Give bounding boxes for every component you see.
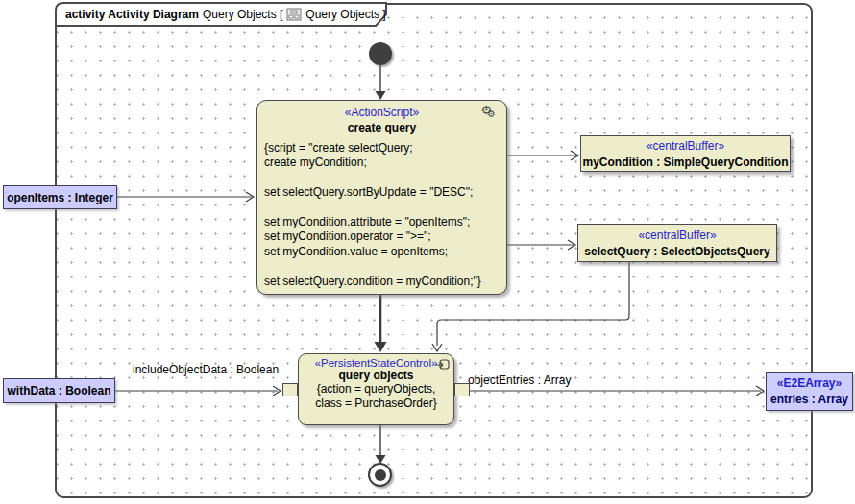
param-entries[interactable]: «E2EArray» entries : Array (766, 372, 853, 411)
edge-label-object-entries[interactable]: objectEntries : Array (468, 373, 571, 387)
query-objects-title: query objects (299, 369, 453, 382)
gears-icon: ⚙⚙ (480, 103, 501, 117)
selectquery-name: selectQuery : SelectObjectsQuery (578, 244, 776, 260)
edge-label-include-object-data[interactable]: includeObjectData : Boolean (133, 363, 279, 376)
query-objects-body-line: {action = queryObjects, (299, 382, 453, 396)
central-buffer-mycondition[interactable]: «centralBuffer» myCondition : SimpleQuer… (580, 135, 791, 172)
final-node-dot (375, 469, 386, 481)
decomposition-icon (435, 357, 451, 371)
query-objects-stereotype: «PersistentStateControl» (299, 357, 453, 369)
final-node[interactable] (368, 463, 392, 487)
frame-title: activity Activity Diagram Query Objects … (65, 8, 386, 21)
script-line (257, 201, 506, 215)
gear-icon-small: ⚙ (487, 108, 496, 119)
mycondition-stereotype: «centralBuffer» (581, 138, 790, 155)
script-line: set myCondition.attribute = "openItems"; (257, 215, 506, 229)
activity-diagram-icon (286, 8, 302, 21)
param-with-data[interactable]: withData : Boolean (3, 378, 115, 403)
central-buffer-selectquery[interactable]: «centralBuffer» selectQuery : SelectObje… (577, 224, 777, 262)
script-line: create myCondition; (257, 156, 506, 170)
frame-title-keyword: activity Activity Diagram (65, 8, 199, 21)
param-entries-label: entries : Array (767, 392, 852, 408)
action-query-objects[interactable]: «PersistentStateControl» query objects {… (298, 353, 454, 425)
param-with-data-label: withData : Boolean (4, 384, 114, 397)
output-pin-object-entries[interactable] (454, 383, 470, 396)
param-entries-stereotype: «E2EArray» (767, 375, 852, 392)
query-objects-body-line: class = PurchaseOrder} (299, 396, 453, 411)
mycondition-name: myCondition : SimpleQueryCondition (581, 155, 790, 171)
param-open-items[interactable]: openItems : Integer (3, 185, 117, 209)
activity-diagram-canvas: { "frame": { "title_bold": "activity Act… (0, 0, 855, 504)
script-line: {script = "create selectQuery; (257, 141, 506, 156)
create-query-stereotype: «ActionScript» (257, 106, 506, 119)
input-pin-include-object-data[interactable] (282, 383, 298, 396)
script-line: set selectQuery.condition = myCondition;… (257, 275, 506, 289)
initial-node[interactable] (369, 42, 392, 65)
selectquery-stereotype: «centralBuffer» (578, 228, 776, 244)
script-line (257, 259, 506, 274)
frame-title-name: Query Objects [ (203, 8, 282, 21)
script-line: set selectQuery.sortByUpdate = "DESC"; (257, 185, 506, 200)
create-query-title: create query (257, 121, 506, 134)
param-open-items-label: openItems : Integer (4, 191, 116, 204)
script-line (257, 171, 506, 185)
script-line: set myCondition.operator = ">="; (257, 229, 506, 244)
action-create-query[interactable]: ⚙⚙ «ActionScript» create query {script =… (256, 100, 507, 295)
frame-title-suffix: Query Objects ] (305, 8, 385, 21)
script-line: set myCondition.value = openItems; (257, 245, 506, 259)
